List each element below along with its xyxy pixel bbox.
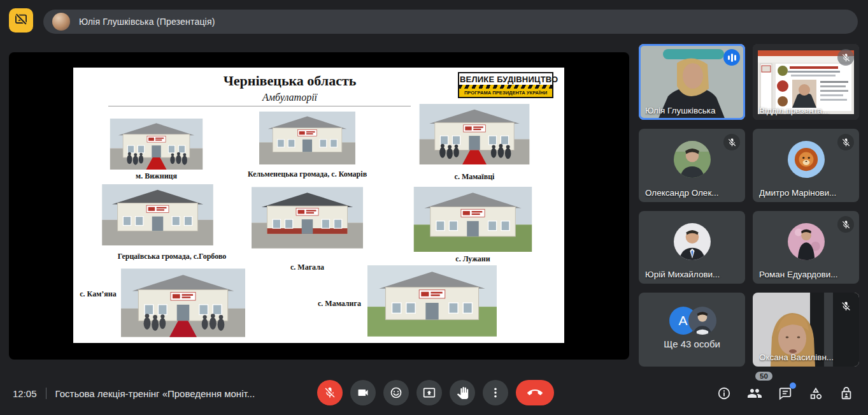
clinic-photo-kamiana: [121, 266, 245, 339]
videocam-icon: [357, 386, 369, 399]
slide-divider: [108, 106, 411, 106]
info-icon: [717, 386, 731, 400]
photo-avatar: [688, 307, 716, 335]
clinic-photo-mamalyha: [367, 263, 497, 339]
mic-off-icon: [727, 138, 737, 147]
participant-name: Юлія Глушківська: [645, 106, 740, 115]
clinic-photo-mahala: [252, 182, 363, 254]
present-icon: [423, 386, 436, 399]
participant-avatar: [674, 223, 711, 260]
more-vert-icon: [489, 386, 502, 399]
photo-caption: с. Магала: [252, 263, 363, 272]
presenter-avatar: [52, 13, 70, 31]
hand-icon: [457, 387, 469, 399]
mic-mute-button[interactable]: [317, 380, 343, 405]
meeting-title: Гостьова лекція-тренінг «Проведення моні…: [55, 388, 255, 399]
lion-avatar: [788, 141, 825, 178]
overflow-participants-tile[interactable]: A Ще 43 особи: [639, 293, 745, 367]
photo-caption: с. Мамаївці: [411, 172, 538, 182]
muted-mic-indicator: [723, 134, 740, 150]
presenter-chip-label: Юлія Глушківська (Презентація): [79, 17, 215, 27]
participant-name: Дмитро Марінови...: [759, 188, 854, 198]
clinic-photo-vyzhnytsia: [96, 119, 217, 170]
meet-window: Юлія Глушківська (Презентація) Чернівець…: [0, 0, 868, 415]
slide-title: Чернівецька область: [73, 73, 506, 89]
chat-icon: [778, 386, 792, 400]
participant-avatar: [674, 141, 711, 178]
present-screen-button[interactable]: [416, 380, 442, 405]
meeting-details-button[interactable]: [716, 385, 732, 402]
photo-caption: с. Мамалига: [315, 299, 364, 309]
mic-off-icon: [841, 138, 851, 147]
participants-button[interactable]: [746, 385, 763, 402]
participant-tile-oleksandr[interactable]: Олександр Олек...: [639, 129, 745, 202]
clock: 12:05: [13, 388, 37, 399]
activities-button[interactable]: [808, 385, 824, 402]
activities-icon: [809, 386, 823, 400]
overflow-count-label: Ще 43 особи: [639, 339, 745, 349]
participant-tile-yuliia[interactable]: Юлія Глушківська: [639, 44, 745, 120]
clinic-photo-mamaivtsi: [411, 104, 538, 164]
participant-tile-dmytro[interactable]: Дмитро Марінови...: [753, 129, 859, 202]
participant-avatar: [788, 223, 825, 260]
program-badge: ВЕЛИКЕ БУДІВНИЦТВО ПРОГРАМА ПРЕЗИДЕНТА У…: [458, 72, 553, 98]
mic-off-icon: [841, 301, 851, 312]
camera-button[interactable]: [350, 380, 376, 405]
presentation-stage: Чернівецька область Амбулаторії ВЕЛИКЕ Б…: [9, 52, 629, 360]
presentation-slide: Чернівецька область Амбулаторії ВЕЛИКЕ Б…: [73, 68, 564, 343]
chat-unread-dot: [790, 382, 796, 389]
clinic-photo-horbovo: [96, 184, 220, 245]
mic-off-icon: [324, 386, 336, 399]
divider: [46, 388, 46, 399]
call-end-icon: [527, 385, 543, 400]
raise-hand-button[interactable]: [450, 380, 475, 405]
photo-caption: с. Кам’яна: [77, 289, 119, 299]
participant-name: Юрій Михайлови...: [645, 270, 740, 279]
program-badge-line2: ПРОГРАМА ПРЕЗИДЕНТА УКРАЇНИ: [459, 89, 552, 97]
participant-name: Олександр Олек...: [645, 188, 740, 198]
participant-tile-screen-share[interactable]: Відділ презента...: [753, 44, 859, 120]
participant-name: Роман Едуардови...: [759, 270, 854, 279]
photo-caption: Кельменецька громада, с. Комарів: [236, 170, 379, 179]
slide-subtitle: Амбулаторії: [73, 92, 506, 103]
participant-tile-oksana[interactable]: Оксана Василівн...: [753, 293, 859, 367]
clinic-photo-luzhany: [411, 187, 535, 252]
reactions-button[interactable]: [383, 380, 409, 405]
participant-tile-roman[interactable]: Роман Едуардови...: [753, 211, 859, 284]
mic-off-icon: [841, 220, 851, 229]
overflow-avatars: A: [669, 307, 715, 335]
end-call-button[interactable]: [516, 380, 554, 405]
photo-caption: м. Вижниця: [96, 171, 217, 181]
photo-caption: с. Лужани: [411, 254, 535, 264]
meeting-info: 12:05 Гостьова лекція-тренінг «Проведенн…: [13, 385, 255, 402]
host-controls-button[interactable]: [838, 385, 855, 402]
participant-tile-yurii[interactable]: Юрій Михайлови...: [639, 211, 745, 284]
presentation-off-icon: [14, 12, 28, 29]
broadcast-off-button[interactable]: [9, 8, 33, 33]
program-badge-line1: ВЕЛИКЕ БУДІВНИЦТВО: [459, 73, 552, 85]
mic-off-icon: [841, 53, 851, 62]
audio-speaking-indicator: [723, 49, 740, 66]
top-bar: Юлія Глушківська (Презентація): [0, 0, 868, 41]
muted-mic-indicator: [837, 298, 854, 314]
people-icon: [747, 386, 762, 401]
lock-icon: [839, 386, 853, 400]
muted-mic-indicator: [837, 216, 854, 233]
muted-mic-indicator: [837, 134, 854, 150]
presenter-chip[interactable]: Юлія Глушківська (Презентація): [43, 10, 858, 34]
clinic-photo-komariv: [252, 112, 363, 164]
photo-caption: Герцаївська громада, с.Горбово: [89, 252, 255, 261]
participant-name: Оксана Василівн...: [759, 353, 854, 362]
participant-count-badge: 50: [755, 372, 772, 381]
more-options-button[interactable]: [483, 380, 508, 405]
muted-mic-indicator: [837, 49, 854, 66]
participant-name: Відділ презента...: [759, 106, 854, 115]
emoji-icon: [390, 386, 402, 399]
